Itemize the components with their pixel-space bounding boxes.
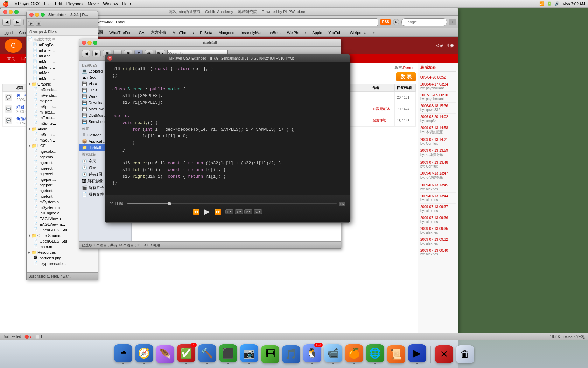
menu-mplayer[interactable]: MPlayer OSX bbox=[14, 1, 40, 6]
tree-item-label: OpenGLES_Stu... bbox=[40, 228, 70, 232]
rss-button[interactable]: RSS bbox=[380, 19, 391, 25]
bookmark-wikipedia[interactable]: Wikipedia bbox=[347, 30, 370, 35]
mplayer-progress-thumb[interactable] bbox=[168, 202, 171, 205]
downloads-button[interactable]: ↓ bbox=[449, 19, 456, 25]
post-author-name[interactable]: 深海狂鲨 bbox=[372, 118, 386, 122]
dock-item-scripts[interactable]: 📜 bbox=[387, 345, 405, 363]
bookmark-youtube[interactable]: YouTube bbox=[326, 30, 346, 35]
comment-date: 2009-07-13 14:21 bbox=[420, 138, 456, 142]
dock-item-safari[interactable]: 🧭 bbox=[135, 344, 153, 364]
bookmark-cnbeta[interactable]: cnBeta bbox=[266, 30, 284, 35]
dock-item-qq[interactable]: 🐧 158 bbox=[303, 344, 321, 364]
refresh-button[interactable]: ↻ bbox=[393, 19, 399, 25]
xcode-maximize-button[interactable] bbox=[41, 13, 45, 17]
file-icon: 📄 bbox=[34, 121, 38, 126]
back-button[interactable]: ◀ bbox=[2, 19, 11, 26]
post-author-name[interactable]: 血戮魔动冰 bbox=[372, 107, 390, 111]
url-bar[interactable]: http://bbs.islga.org/thread-htm-fid-90.h… bbox=[52, 18, 378, 26]
dock-item-video[interactable]: 📹 bbox=[324, 344, 342, 364]
dock-item-trash[interactable]: 🗑 bbox=[456, 345, 474, 363]
bookmark-macthemes[interactable]: MacThemes bbox=[170, 30, 197, 35]
mplayer-c-button[interactable]: C ▾ bbox=[254, 209, 262, 214]
tree-folder-label: HGE bbox=[37, 144, 46, 148]
bookmark-macgood[interactable]: Macgood bbox=[216, 30, 237, 35]
dock-item-quill[interactable]: 🪶 bbox=[156, 345, 174, 363]
finder-close-button[interactable] bbox=[82, 41, 86, 45]
bookmark-jjgod[interactable]: jjgod bbox=[2, 30, 15, 35]
code-line: le[i] = ri[i] = 0; bbox=[112, 133, 343, 140]
menu-help[interactable]: Help bbox=[122, 1, 131, 6]
cloud-icon: ☁ bbox=[82, 75, 86, 80]
dock-item-browser2[interactable]: 🌐 bbox=[366, 344, 384, 364]
mplayer-play-button[interactable]: ▶ bbox=[204, 207, 210, 216]
bookmark-apple[interactable]: Apple bbox=[309, 30, 325, 35]
maximize-button[interactable] bbox=[14, 10, 19, 14]
close-button[interactable] bbox=[3, 10, 7, 14]
apple-menu[interactable]: 🍎 bbox=[3, 1, 9, 7]
code-line: }; bbox=[112, 180, 343, 187]
post-reply-count: 18 / 143 bbox=[397, 119, 410, 123]
finder-maximize-button[interactable] bbox=[93, 41, 97, 45]
finder-forward-btn[interactable]: ▶ bbox=[92, 50, 101, 57]
dock-item-xcode[interactable]: 🔨 bbox=[198, 344, 216, 364]
login-link[interactable]: 登录 bbox=[436, 43, 443, 48]
tree-item-skypromnade[interactable]: 📄 skypromnade... bbox=[27, 261, 98, 266]
finder-minimize-button[interactable] bbox=[88, 41, 92, 45]
mplayer-f-button[interactable]: F ▾ bbox=[225, 209, 233, 214]
todo-badge: 1 bbox=[191, 343, 197, 347]
dock-item-todo[interactable]: ✅ 1 bbox=[177, 344, 195, 364]
hdd-icon: 💻 bbox=[82, 69, 87, 74]
dock-item-camera2[interactable]: 🎞 bbox=[261, 345, 279, 363]
groups-files-header: Groups & Files bbox=[27, 28, 98, 36]
xcode-stop-btn[interactable]: ■ bbox=[36, 21, 41, 26]
file-icon: 📄 bbox=[34, 87, 38, 92]
mplayer-close-button[interactable]: × bbox=[107, 56, 112, 61]
tree-item-label: mSprite... bbox=[40, 99, 56, 103]
code-line: s16 ri[SAMPLES]; bbox=[112, 100, 343, 106]
mplayer-pl-badge[interactable]: PL bbox=[339, 202, 345, 206]
finder-back-btn[interactable]: ◀ bbox=[82, 50, 90, 57]
bookmark-insanelymac[interactable]: InsanelyMac bbox=[238, 30, 265, 35]
dock-item-terminal[interactable]: ⬛ bbox=[219, 344, 237, 364]
dock-item-clean[interactable]: ✕ bbox=[435, 345, 453, 363]
menu-window[interactable]: Window bbox=[103, 1, 118, 6]
post-author[interactable]: Renee bbox=[403, 66, 414, 70]
menu-file[interactable]: File bbox=[44, 1, 51, 6]
post-icon-cell: 💬 bbox=[3, 115, 14, 127]
bookmarks-more[interactable]: » bbox=[370, 30, 378, 35]
forward-button[interactable]: ▶ bbox=[13, 19, 21, 26]
reply-button[interactable]: 发 表 bbox=[396, 72, 416, 81]
tree-folder-resources[interactable]: ▶ 📁 Resources bbox=[27, 250, 98, 255]
dock-item-finder[interactable]: 🖥 bbox=[114, 344, 132, 364]
sidebar-item-label: DL&Musi... bbox=[89, 113, 107, 117]
finder-status-text: 已选取 1 个项目，共有 13 个项目；11.13 GB 可用 bbox=[82, 243, 160, 248]
bookmark-pcbeta[interactable]: PcBeta bbox=[197, 30, 215, 35]
xcode-run-btn[interactable]: ▶ bbox=[28, 21, 34, 26]
mplayer-a-button[interactable]: A ▾ bbox=[244, 209, 252, 214]
dock-item-orange[interactable]: 🍊 bbox=[345, 344, 363, 364]
post-author-cell bbox=[370, 92, 395, 103]
mplayer-rewind-button[interactable]: ⏪ bbox=[193, 209, 200, 215]
menu-playback[interactable]: Playback bbox=[66, 1, 84, 6]
xcode-minimize-button[interactable] bbox=[35, 13, 39, 17]
mplayer-extra-buttons: F ▾ S ▾ A ▾ C ▾ bbox=[225, 209, 262, 214]
mplayer-progress-bar[interactable] bbox=[127, 203, 337, 204]
nav-home[interactable]: 首页 bbox=[7, 56, 15, 61]
search-input[interactable] bbox=[401, 18, 447, 26]
menu-edit[interactable]: Edit bbox=[55, 1, 62, 6]
mplayer-fastforward-button[interactable]: ⏩ bbox=[214, 209, 221, 215]
dock-item-iphoto[interactable]: 📷 bbox=[240, 344, 258, 364]
tree-item-particles[interactable]: 🖼 particles.png bbox=[27, 255, 98, 261]
mplayer-s-button[interactable]: S ▾ bbox=[235, 209, 243, 214]
dock-item-itunes[interactable]: 🎵 bbox=[282, 345, 300, 363]
menu-movie[interactable]: Movie bbox=[88, 1, 99, 6]
finder-statusbar: 已选取 1 个项目，共有 13 个项目；11.13 GB 可用 bbox=[79, 241, 341, 248]
bookmark-eastown[interactable]: 东方小镇 bbox=[148, 29, 169, 36]
dock-item-mplayer[interactable]: ▶ bbox=[408, 344, 426, 364]
bookmark-ga[interactable]: GA bbox=[136, 30, 147, 35]
register-link[interactable]: 注册 bbox=[446, 43, 454, 48]
minimize-button[interactable] bbox=[9, 10, 13, 14]
bookmark-weiphone[interactable]: WeiPhoner bbox=[284, 30, 309, 35]
xcode-close-button[interactable] bbox=[29, 13, 34, 17]
bookmark-whatthefont[interactable]: WhatTheFont bbox=[106, 30, 135, 35]
